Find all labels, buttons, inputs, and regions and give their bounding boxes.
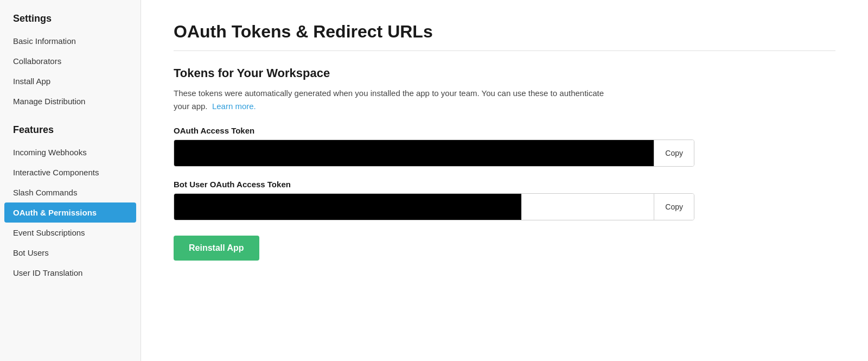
- bot-token-input: [174, 194, 521, 220]
- settings-section-title: Settings: [0, 13, 141, 31]
- sidebar-item-install-app[interactable]: Install App: [0, 71, 141, 91]
- sidebar-item-manage-distribution[interactable]: Manage Distribution: [0, 91, 141, 111]
- sidebar-divider: [0, 111, 141, 124]
- sidebar-item-collaborators[interactable]: Collaborators: [0, 51, 141, 71]
- features-section-title: Features: [0, 124, 141, 142]
- sidebar-item-slash-commands[interactable]: Slash Commands: [0, 182, 141, 202]
- sidebar-item-oauth-permissions[interactable]: OAuth & Permissions: [4, 202, 136, 223]
- oauth-token-label: OAuth Access Token: [174, 126, 835, 135]
- bot-copy-button[interactable]: Copy: [654, 194, 694, 220]
- main-content: OAuth Tokens & Redirect URLs Tokens for …: [141, 0, 868, 361]
- sidebar-item-basic-information[interactable]: Basic Information: [0, 31, 141, 51]
- sidebar-item-bot-users[interactable]: Bot Users: [0, 243, 141, 263]
- bot-token-row: Copy: [174, 193, 694, 220]
- sidebar-item-event-subscriptions[interactable]: Event Subscriptions: [0, 223, 141, 243]
- sidebar-item-user-id-translation[interactable]: User ID Translation: [0, 263, 141, 283]
- bot-token-spacer: [521, 194, 654, 220]
- section-divider: [174, 50, 835, 51]
- reinstall-app-button[interactable]: Reinstall App: [174, 236, 259, 261]
- learn-more-link[interactable]: Learn more.: [212, 102, 256, 111]
- tokens-description: These tokens were automatically generate…: [174, 87, 618, 113]
- bot-token-label: Bot User OAuth Access Token: [174, 180, 835, 189]
- oauth-token-input: [174, 140, 654, 166]
- oauth-copy-button[interactable]: Copy: [654, 140, 694, 166]
- tokens-heading: Tokens for Your Workspace: [174, 66, 835, 80]
- oauth-token-row: Copy: [174, 140, 694, 167]
- sidebar-item-incoming-webhooks[interactable]: Incoming Webhooks: [0, 142, 141, 162]
- sidebar-item-interactive-components[interactable]: Interactive Components: [0, 162, 141, 182]
- sidebar: Settings Basic Information Collaborators…: [0, 0, 141, 361]
- page-title: OAuth Tokens & Redirect URLs: [174, 22, 835, 42]
